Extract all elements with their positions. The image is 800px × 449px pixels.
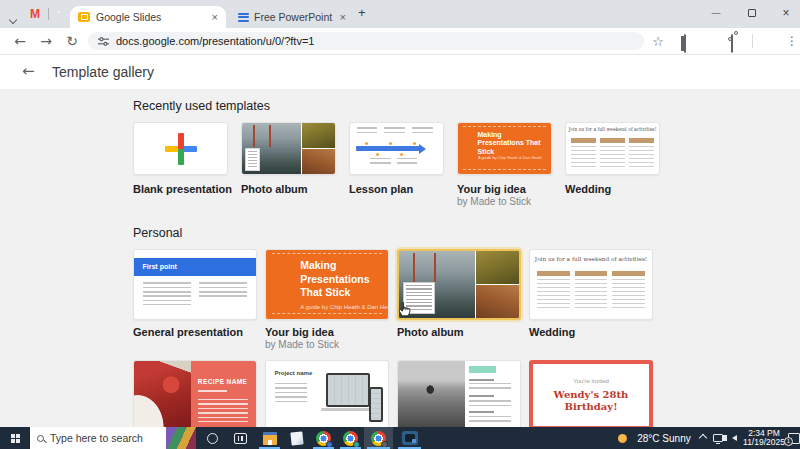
preview-byline: A guide by Chip Heath & Dan Heath	[300, 304, 389, 310]
tray-expand-button[interactable]	[696, 427, 710, 449]
url-text: docs.google.com/presentation/u/0/?ftv=1	[116, 35, 314, 47]
preview-title: Join us for a full weekend of activities…	[530, 255, 652, 262]
template-card-birthday-invite[interactable]: You're invited Wendy's 28th Birthday!	[529, 360, 653, 430]
taskbar-app-chrome-2[interactable]	[337, 427, 364, 449]
template-label[interactable]: Photo album	[397, 326, 464, 338]
taskbar-app-chrome-1[interactable]	[310, 427, 337, 449]
page-title: Template gallery	[52, 64, 154, 80]
tab-free-powerpoint-templates[interactable]: Free PowerPoint Templates and ×	[232, 6, 352, 28]
network-icon	[713, 434, 723, 442]
gmail-pinned-tab[interactable]: M	[30, 7, 40, 21]
template-card-wedding-personal[interactable]: Join us for a full weekend of activities…	[529, 249, 653, 320]
sun-icon	[618, 434, 627, 443]
browser-toolbar: ← → ↻ docs.google.com/presentation/u/0/?…	[0, 28, 800, 55]
weather-icon-slot[interactable]	[614, 427, 630, 449]
search-highlights-image[interactable]	[166, 427, 196, 449]
preview-title: Join us for a full weekend of activities…	[566, 127, 659, 132]
template-label[interactable]: Blank presentation	[133, 183, 232, 195]
template-card-photo-album-personal[interactable]	[397, 249, 521, 320]
preview-title: Making Presentations That Stick	[300, 259, 381, 300]
first-point-band: First point	[134, 258, 256, 277]
chrome-icon	[371, 431, 386, 446]
forward-button[interactable]: →	[34, 28, 58, 54]
taskbar-app-chrome-active[interactable]	[364, 427, 393, 449]
window-maximize-button[interactable]	[736, 0, 768, 26]
template-card-photo-list[interactable]	[397, 360, 521, 430]
template-sublabel: by Made to Stick	[457, 196, 531, 207]
tab-google-slides[interactable]: Google Slides ×	[70, 6, 226, 28]
reload-button[interactable]: ↻	[60, 28, 84, 54]
slides-favicon	[78, 12, 90, 22]
template-card-project[interactable]: Project name	[265, 360, 389, 430]
template-card-your-big-idea-personal[interactable]: Making Presentations That Stick A guide …	[265, 249, 389, 320]
tab-close-icon[interactable]: ×	[212, 12, 218, 23]
search-input[interactable]	[50, 432, 160, 444]
tab-divider	[48, 8, 49, 20]
template-label[interactable]: Wedding	[565, 183, 611, 195]
preview-first-point: First point	[143, 263, 177, 270]
browser-menu-icon[interactable]: ⋮	[780, 28, 800, 54]
side-panel-icon[interactable]	[684, 35, 686, 53]
preview-title: Making Presentations That Stick	[478, 131, 545, 157]
tray-date: 11/19/2025	[743, 438, 785, 448]
template-label[interactable]: Your big idea	[265, 326, 334, 338]
bridge-photo	[242, 123, 301, 174]
timeline-bar	[356, 146, 419, 151]
toolbar-divider	[752, 34, 753, 48]
chrome-icon	[343, 431, 358, 446]
template-card-blank-presentation[interactable]	[133, 122, 228, 175]
mouse-cursor	[398, 302, 411, 322]
extensions-puzzle-icon[interactable]	[731, 35, 733, 53]
window-close-button[interactable]: ×	[770, 0, 800, 26]
preview-invite-title: Wendy's 28th Birthday!	[541, 389, 641, 414]
leaves-photo	[476, 251, 519, 284]
speaker-icon	[732, 435, 737, 441]
windows-taskbar: 28°C Sunny 2:34 PM 11/19/2025 1	[0, 427, 800, 449]
site-info-icon[interactable]	[98, 36, 109, 47]
preview-title: RECIPE NAME	[198, 378, 248, 385]
slidesgo-favicon	[238, 12, 249, 23]
recipe-panel: RECIPE NAME	[191, 361, 256, 429]
blank-plus-icon	[165, 133, 197, 165]
search-icon	[37, 435, 44, 442]
start-button[interactable]	[0, 427, 30, 449]
weather-text[interactable]: 28°C Sunny	[633, 427, 695, 449]
template-card-your-big-idea-recent[interactable]: Making Presentations That Stick A guide …	[457, 122, 552, 175]
preview-title: Project name	[275, 370, 313, 376]
table-photo	[476, 285, 519, 318]
template-label[interactable]: Wedding	[529, 326, 575, 338]
address-bar[interactable]: docs.google.com/presentation/u/0/?ftv=1	[88, 32, 644, 50]
browser-tabstrip: M Google Slides × Free PowerPoint Templa…	[0, 0, 800, 28]
clock-tray-button[interactable]: 2:34 PM 11/19/2025	[742, 427, 786, 449]
tab-label: Google Slides	[96, 11, 206, 23]
highlighted-title	[469, 366, 495, 372]
preview-byline: A guide by Chip Heath & Dan Heath	[478, 155, 542, 160]
tab-close-icon[interactable]: ×	[340, 12, 346, 23]
window-minimize-button[interactable]: —	[700, 0, 732, 26]
template-card-photo-album-recent[interactable]	[241, 122, 336, 175]
taskbar-app-documents[interactable]	[283, 427, 310, 449]
tab-search-chevron-icon[interactable]	[10, 9, 16, 27]
back-button[interactable]: ←	[8, 28, 32, 54]
taskbar-app-store[interactable]	[256, 427, 283, 449]
template-label[interactable]: Lesson plan	[349, 183, 413, 195]
template-card-recipe[interactable]: RECIPE NAME	[133, 360, 257, 430]
action-center-button[interactable]: 1	[788, 427, 800, 449]
gallery-back-button[interactable]: ←	[22, 62, 35, 80]
template-card-wedding-recent[interactable]: Join us for a full weekend of activities…	[565, 122, 660, 175]
template-label[interactable]: General presentation	[133, 326, 243, 338]
taskbar-search[interactable]	[30, 427, 196, 449]
volume-tray-button[interactable]	[726, 427, 742, 449]
task-view-button[interactable]	[226, 427, 254, 449]
leaves-photo	[302, 123, 335, 148]
chrome-icon	[316, 431, 331, 446]
taskbar-app-recorder[interactable]	[395, 427, 424, 449]
new-tab-button[interactable]: +	[358, 5, 366, 20]
template-card-general-presentation[interactable]: First point	[133, 249, 257, 320]
template-card-lesson-plan[interactable]	[349, 122, 444, 175]
template-label[interactable]: Photo album	[241, 183, 308, 195]
template-label[interactable]: Your big idea	[457, 183, 526, 195]
cortana-button[interactable]	[198, 427, 226, 449]
bookmark-star-icon[interactable]: ☆	[646, 28, 670, 54]
tab-label: Free PowerPoint Templates and	[254, 11, 335, 23]
